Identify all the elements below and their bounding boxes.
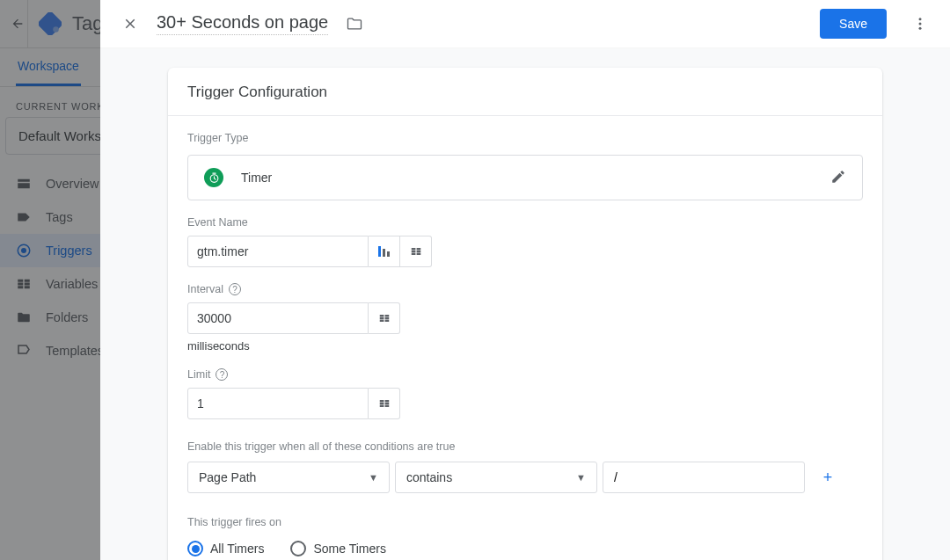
trigger-name-input[interactable]: 30+ Seconds on page — [157, 12, 328, 35]
trigger-config-card: Trigger Configuration Trigger Type Timer — [168, 68, 882, 560]
trigger-type-selector[interactable]: Timer — [187, 155, 863, 200]
card-title: Trigger Configuration — [168, 68, 882, 115]
svg-rect-10 — [387, 251, 390, 257]
trigger-type-value: Timer — [241, 171, 272, 185]
help-icon[interactable]: ? — [229, 283, 241, 295]
variable-picker-icon[interactable] — [400, 236, 432, 267]
limit-label: Limit ? — [187, 368, 863, 381]
event-name-input[interactable] — [187, 236, 369, 267]
radio-icon — [187, 541, 203, 556]
timer-icon — [204, 168, 223, 187]
svg-rect-9 — [383, 249, 385, 257]
edit-type-icon[interactable] — [830, 169, 846, 187]
interval-unit: milliseconds — [187, 339, 863, 353]
radio-some-timers[interactable]: Some Timers — [290, 541, 385, 556]
svg-point-4 — [919, 18, 922, 20]
event-name-label: Event Name — [187, 216, 863, 229]
svg-rect-8 — [378, 246, 381, 257]
trigger-editor-panel: 30+ Seconds on page Save Trigger Configu… — [100, 0, 950, 560]
condition-operator-select[interactable]: contains▼ — [395, 462, 597, 493]
radio-icon — [290, 541, 306, 556]
condition-variable-select[interactable]: Page Path▼ — [187, 462, 390, 493]
more-menu-button[interactable] — [908, 11, 932, 36]
save-button[interactable]: Save — [820, 9, 887, 39]
variable-picker-icon[interactable] — [369, 302, 400, 334]
radio-all-timers[interactable]: All Timers — [187, 541, 264, 556]
fires-on-label: This trigger fires on — [187, 516, 863, 528]
variable-picker-icon[interactable] — [369, 388, 400, 419]
svg-point-5 — [919, 23, 922, 25]
trigger-type-label: Trigger Type — [187, 132, 863, 144]
condition-value-input[interactable] — [603, 462, 805, 493]
svg-point-6 — [919, 27, 922, 30]
conditions-label: Enable this trigger when all of these co… — [187, 440, 863, 453]
add-condition-button[interactable]: + — [817, 467, 838, 488]
interval-input[interactable] — [187, 302, 369, 334]
close-button[interactable] — [118, 11, 142, 36]
folder-icon[interactable] — [342, 11, 367, 36]
interval-label: Interval ? — [187, 283, 863, 295]
help-icon[interactable]: ? — [216, 368, 228, 381]
limit-input[interactable] — [187, 388, 369, 419]
key-format-icon[interactable] — [369, 236, 400, 267]
